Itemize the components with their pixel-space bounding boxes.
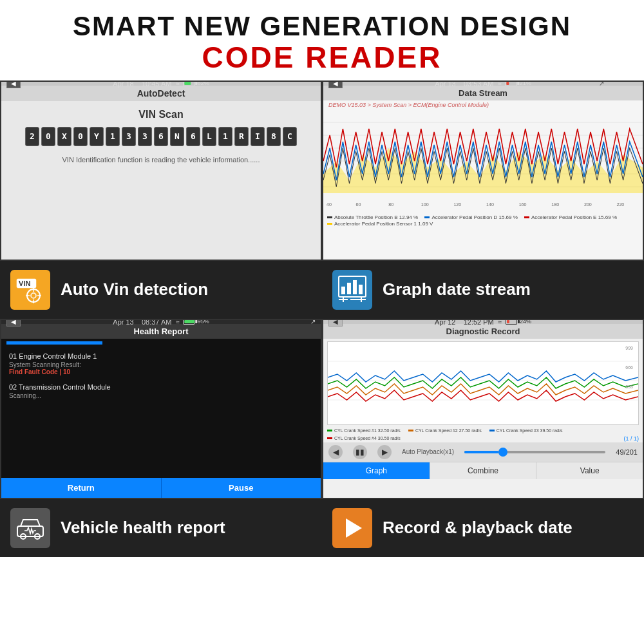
diag-prev-button[interactable]: ◀ <box>328 445 343 459</box>
vin-icon: VIN <box>14 274 46 306</box>
vin-digit: L <box>202 127 216 146</box>
vin-digit: 1 <box>106 127 120 146</box>
graph-feature-icon-box <box>332 270 372 310</box>
vin-digit: R <box>234 127 249 146</box>
diag-tab-value[interactable]: Value <box>536 462 643 479</box>
legend-item-2: Accelerator Pedal Position D 15.69 % <box>424 214 517 220</box>
vin-scan-title: VIN Scan <box>1 109 321 120</box>
health-item-2: 02 Transmission Control Module Scanning.… <box>9 383 313 399</box>
health-icon <box>14 512 46 544</box>
vin-reading-text: VIN Identification function is reading t… <box>1 156 321 164</box>
datastream-legend: Absolute Throttle Position B 12.94 % Acc… <box>323 213 643 228</box>
datastream-screen-panel: ◀ Apr 13 03:53 AM ≈ 21% ↗ Data Stream DE… <box>322 80 644 261</box>
diag-legend-4: CYL Crank Speed #4 30.50 rad/s <box>327 435 401 442</box>
svg-text:333: 333 <box>625 384 633 389</box>
health-feature-icon-box <box>10 508 50 548</box>
vin-digit: Y <box>90 127 104 146</box>
svg-marker-43 <box>346 518 362 538</box>
datastream-screen-header: ◀ Apr 13 03:53 AM ≈ 21% ↗ <box>323 82 643 86</box>
diag-pause-button[interactable]: ▮▮ <box>353 445 367 459</box>
feature-vin-banner: VIN Auto Vin detection <box>0 261 322 319</box>
datastream-back-button[interactable]: ◀ <box>328 80 343 89</box>
svg-text:80: 80 <box>388 202 393 207</box>
vin-digit: N <box>170 127 184 146</box>
vin-number-display: 20X0Y1336N6L1RI8C <box>1 127 321 146</box>
health-feature-label: Vehicle health report <box>61 518 225 538</box>
vin-digit: I <box>251 127 265 146</box>
vin-screen-panel: ◀ Apr 18 10:45 AM ≈ 62% AutoDetect VIN S… <box>0 80 322 261</box>
vin-time-info: Apr 18 10:45 AM ≈ 62% <box>113 80 209 88</box>
diag-playback-slider[interactable] <box>464 451 605 453</box>
record-feature-icon-box <box>332 508 372 548</box>
vin-feature-icon-box: VIN <box>10 270 50 310</box>
health-return-button[interactable]: Return <box>1 478 161 498</box>
vin-feature-label: Auto Vin detection <box>61 279 208 299</box>
datastream-title-bar: Data Stream <box>323 86 643 100</box>
legend-item-1: Absolute Throttle Position B 12.94 % <box>327 214 418 220</box>
svg-point-20 <box>31 293 36 298</box>
svg-text:999: 999 <box>625 346 633 350</box>
svg-rect-27 <box>347 283 351 294</box>
datastream-export-icon[interactable]: ↗ <box>599 80 604 88</box>
svg-rect-29 <box>359 285 363 294</box>
feature-record-banner: Record & playback date <box>322 499 644 557</box>
health-pause-button[interactable]: Pause <box>161 478 321 498</box>
diag-back-button[interactable]: ◀ <box>328 319 343 327</box>
health-content: 01 Engine Control Module 1 System Scanni… <box>1 347 321 412</box>
health-battery: 95% <box>184 319 209 325</box>
diag-tab-combine[interactable]: Combine <box>430 462 537 479</box>
health-time-info: Apr 13 08:37 AM ≈ 95% <box>113 319 209 326</box>
svg-rect-26 <box>341 287 345 294</box>
vin-digit: 0 <box>41 127 55 146</box>
header-title: SMART NEW GENERATION DESIGN <box>6 12 638 41</box>
health-progress-bar <box>6 341 102 345</box>
main-grid: ◀ Apr 18 10:45 AM ≈ 62% AutoDetect VIN S… <box>0 80 644 557</box>
health-buttons: Return Pause <box>1 478 321 498</box>
diag-screen-header: ◀ Apr 12 12:52 PM ≈ 24% <box>323 320 643 324</box>
header-subtitle: CODE READER <box>6 41 638 74</box>
diag-legend-3: CYL Crank Speed #3 39.50 rad/s <box>489 428 563 433</box>
health-screen-panel: ◀ Apr 13 08:37 AM ≈ 95% ↗ Health Report … <box>0 319 322 499</box>
health-export-icon[interactable]: ↗ <box>310 319 316 326</box>
svg-text:60: 60 <box>356 202 361 207</box>
svg-text:220: 220 <box>617 202 625 207</box>
diag-next-button[interactable]: ▶ <box>377 445 392 459</box>
diag-graph-svg: 999 666 333 <box>328 342 638 425</box>
svg-text:120: 120 <box>453 202 461 207</box>
svg-text:140: 140 <box>486 202 494 207</box>
diag-auto-play-label: Auto Playback(x1) <box>402 448 454 455</box>
vin-digit: 3 <box>138 127 152 146</box>
datastream-battery: 21% <box>506 80 531 87</box>
datastream-graph-svg: 40 60 80 100 120 140 160 180 200 220 <box>323 109 643 209</box>
diag-tab-graph[interactable]: Graph <box>323 462 430 479</box>
diag-controls: ◀ ▮▮ ▶ Auto Playback(x1) 49/201 <box>323 442 643 462</box>
legend-item-3: Accelerator Pedal Position E 15.69 % <box>524 214 617 220</box>
diag-screen-panel: ◀ Apr 12 12:52 PM ≈ 24% Diagnostic Recor… <box>322 319 644 499</box>
health-screen-header: ◀ Apr 13 08:37 AM ≈ 95% ↗ <box>1 320 321 324</box>
svg-text:160: 160 <box>519 202 527 207</box>
graph-icon <box>336 274 368 306</box>
vin-digit: 3 <box>122 127 136 146</box>
vin-digit: 8 <box>267 127 281 146</box>
vin-battery: 62% <box>184 80 209 87</box>
svg-text:100: 100 <box>421 202 429 207</box>
svg-rect-28 <box>353 280 357 294</box>
vin-back-button[interactable]: ◀ <box>6 80 21 89</box>
datastream-time-info: Apr 13 03:53 AM ≈ 21% <box>435 80 531 88</box>
vin-digit: 1 <box>218 127 232 146</box>
record-icon <box>336 512 368 544</box>
svg-text:666: 666 <box>625 365 633 370</box>
vin-title-bar: AutoDetect <box>1 86 321 101</box>
diag-legend: CYL Crank Speed #1 32.50 rad/s CYL Crank… <box>323 428 643 442</box>
diag-counter: 49/201 <box>616 448 638 456</box>
vin-digit: C <box>283 127 297 146</box>
datastream-graph-area: 40 60 80 100 120 140 160 180 200 220 <box>323 109 643 213</box>
health-item-1: 01 Engine Control Module 1 System Scanni… <box>9 352 313 375</box>
health-back-button[interactable]: ◀ <box>6 319 21 327</box>
vin-digit: 2 <box>25 127 39 146</box>
diag-graph-area: 999 666 333 <box>327 341 639 425</box>
health-title-bar: Health Report <box>1 324 321 339</box>
feature-health-banner: Vehicle health report <box>0 499 322 557</box>
header: SMART NEW GENERATION DESIGN CODE READER <box>0 0 644 80</box>
diag-battery: 24% <box>506 319 531 325</box>
